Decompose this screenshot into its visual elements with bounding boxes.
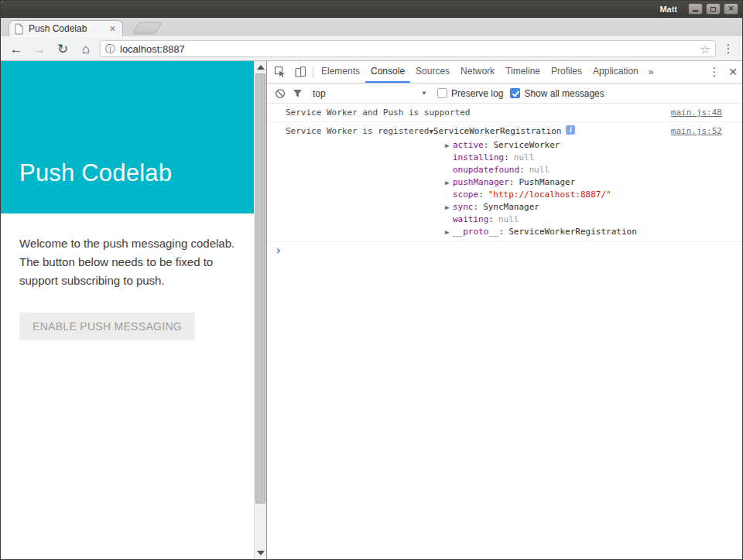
source-link[interactable]: main.js:48 bbox=[662, 107, 722, 118]
scroll-up-icon[interactable] bbox=[257, 65, 265, 70]
tab-console[interactable]: Console bbox=[365, 61, 410, 83]
tab-close-icon[interactable]: ✕ bbox=[108, 25, 118, 33]
tab-title: Push Codelab bbox=[29, 23, 103, 34]
execution-context-value: top bbox=[313, 88, 326, 99]
page-favicon-icon bbox=[14, 23, 24, 35]
forward-button[interactable]: → bbox=[30, 43, 49, 56]
show-all-messages-checkbox[interactable] bbox=[510, 88, 520, 98]
show-all-messages-toggle[interactable]: Show all messages bbox=[510, 88, 604, 99]
disclosure-triangle-icon[interactable]: ▶ bbox=[445, 139, 453, 152]
enable-push-button[interactable]: ENABLE PUSH MESSAGING bbox=[19, 312, 195, 340]
address-bar[interactable]: ⓘ localhost:8887 ☆ bbox=[100, 40, 716, 57]
object-preview[interactable]: ▼ServiceWorkerRegistration bbox=[429, 125, 561, 138]
page-scrollbar[interactable] bbox=[254, 61, 266, 559]
devtools-menu-button[interactable]: ⋮ bbox=[705, 61, 724, 83]
property-row: scope:"http://localhost:8887/" bbox=[445, 189, 722, 201]
page-title: Push Codelab bbox=[19, 159, 172, 187]
browser-window: Matt ✕ Push Codelab ✕ ← → ↻ ⌂ ⓘ localhos… bbox=[0, 0, 743, 560]
maximize-button[interactable] bbox=[706, 3, 721, 15]
show-all-messages-label: Show all messages bbox=[524, 88, 604, 99]
tab-profiles[interactable]: Profiles bbox=[546, 61, 587, 83]
property-row: waiting:null bbox=[445, 213, 722, 226]
maximize-icon bbox=[710, 7, 716, 12]
minimize-button[interactable] bbox=[688, 3, 703, 15]
title-bar: Matt ✕ bbox=[1, 1, 742, 18]
tab-timeline[interactable]: Timeline bbox=[500, 61, 546, 83]
more-tabs-button[interactable]: » bbox=[644, 61, 659, 83]
web-page: Push Codelab Welcome to the push messagi… bbox=[1, 61, 254, 559]
console-message: Service Worker and Push is supported mai… bbox=[267, 104, 742, 122]
inspect-cursor-icon bbox=[274, 66, 286, 78]
disclosure-triangle-icon[interactable]: ▶ bbox=[445, 201, 453, 213]
clear-console-button[interactable] bbox=[275, 88, 286, 99]
tab-elements[interactable]: Elements bbox=[316, 61, 365, 83]
tab-sources[interactable]: Sources bbox=[410, 61, 455, 83]
window-controls: ✕ bbox=[688, 3, 738, 15]
preserve-log-toggle[interactable]: Preserve log bbox=[437, 88, 503, 99]
back-button[interactable]: ← bbox=[7, 43, 26, 56]
devtools-tab-bar: Elements Console Sources Network Timelin… bbox=[267, 61, 742, 84]
console-message-text: Service Worker is registered bbox=[286, 125, 429, 137]
session-user-label: Matt bbox=[659, 5, 677, 14]
console-log: Service Worker and Push is supported mai… bbox=[267, 104, 742, 559]
close-window-button[interactable]: ✕ bbox=[724, 3, 738, 15]
close-icon: ✕ bbox=[728, 5, 734, 12]
property-row: installing:null bbox=[445, 152, 722, 164]
bookmark-star-icon[interactable]: ☆ bbox=[700, 43, 710, 55]
tab-network[interactable]: Network bbox=[455, 61, 500, 83]
property-row[interactable]: ▶pushManager:PushManager bbox=[445, 176, 722, 189]
inspect-element-button[interactable] bbox=[270, 61, 290, 83]
source-link[interactable]: main.js:52 bbox=[662, 125, 722, 137]
disclosure-triangle-icon[interactable]: ▶ bbox=[445, 226, 453, 238]
object-properties: ▶active:ServiceWorker installing:null on… bbox=[445, 139, 722, 238]
device-toolbar-icon bbox=[294, 66, 306, 78]
home-button[interactable]: ⌂ bbox=[77, 43, 95, 56]
toolbar-divider bbox=[313, 67, 313, 77]
page-paragraph: Welcome to the push messaging codelab. T… bbox=[19, 234, 235, 290]
console-filter-bar: top ▼ Preserve log Show all messages bbox=[267, 84, 742, 104]
page-info-icon[interactable]: ⓘ bbox=[105, 44, 115, 54]
chevron-down-icon: ▼ bbox=[421, 90, 427, 97]
console-prompt[interactable]: › bbox=[267, 242, 742, 260]
property-row[interactable]: ▶__proto__:ServiceWorkerRegistration bbox=[445, 226, 722, 238]
block-icon bbox=[275, 88, 286, 99]
devtools-close-button[interactable]: ✕ bbox=[724, 61, 742, 83]
browser-menu-button[interactable]: ⋮ bbox=[721, 42, 736, 56]
tab-application[interactable]: Application bbox=[587, 61, 644, 83]
devtools-panel: Elements Console Sources Network Timelin… bbox=[266, 61, 742, 559]
new-tab-button[interactable] bbox=[132, 22, 162, 34]
execution-context-select[interactable]: top ▼ bbox=[310, 88, 430, 99]
property-row: onupdatefound:null bbox=[445, 164, 722, 176]
reload-button[interactable]: ↻ bbox=[53, 43, 72, 56]
minimize-icon bbox=[693, 10, 698, 12]
page-hero: Push Codelab bbox=[1, 61, 254, 213]
device-toolbar-button[interactable] bbox=[290, 61, 310, 83]
prompt-chevron-icon: › bbox=[275, 244, 282, 258]
browser-tab[interactable]: Push Codelab ✕ bbox=[9, 20, 123, 36]
preserve-log-label: Preserve log bbox=[451, 88, 503, 99]
object-state-info-icon[interactable]: i bbox=[566, 125, 575, 135]
tab-strip: Push Codelab ✕ bbox=[1, 18, 742, 36]
property-row[interactable]: ▶active:ServiceWorker bbox=[445, 139, 722, 152]
navigation-toolbar: ← → ↻ ⌂ ⓘ localhost:8887 ☆ ⋮ bbox=[1, 36, 742, 61]
url-text[interactable]: localhost:8887 bbox=[120, 43, 696, 55]
console-message-text: Service Worker and Push is supported bbox=[286, 107, 470, 118]
property-row[interactable]: ▶sync:SyncManager bbox=[445, 201, 722, 213]
funnel-icon bbox=[293, 89, 303, 98]
preserve-log-checkbox[interactable] bbox=[437, 88, 447, 98]
console-message: Service Worker is registered ▼ServiceWor… bbox=[267, 122, 742, 242]
content-area: Push Codelab Welcome to the push messagi… bbox=[1, 61, 742, 559]
scrollbar-thumb[interactable] bbox=[255, 73, 265, 504]
scroll-down-icon[interactable] bbox=[257, 551, 265, 555]
disclosure-triangle-icon[interactable]: ▶ bbox=[445, 176, 453, 189]
filter-button[interactable] bbox=[293, 89, 303, 98]
